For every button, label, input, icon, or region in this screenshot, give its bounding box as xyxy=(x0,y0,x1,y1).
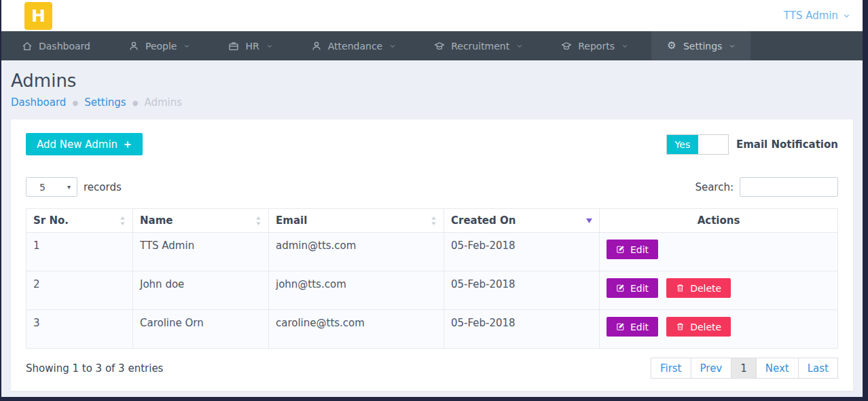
edit-icon xyxy=(616,245,625,254)
edit-button-label: Edit xyxy=(630,283,649,294)
nav-item-attendance[interactable]: Attendance xyxy=(296,31,411,60)
email-notification-group: Yes Email Notification xyxy=(666,134,838,155)
column-header-email[interactable]: Email xyxy=(269,209,444,233)
nav-item-label: HR xyxy=(245,41,259,52)
chevron-down-icon xyxy=(621,43,628,50)
cell-created-on: 05-Feb-2018 xyxy=(444,271,600,310)
column-label: Created On xyxy=(451,214,516,227)
nav-item-recruitment[interactable]: Recruitment xyxy=(419,31,538,60)
chevron-down-icon xyxy=(266,43,273,50)
breadcrumb-dashboard[interactable]: Dashboard xyxy=(11,96,66,110)
column-header-created-on[interactable]: Created On xyxy=(444,209,600,233)
app-window: H TTS Admin DashboardPeopleHRAttendanceR… xyxy=(1,0,863,397)
grad-cap-icon xyxy=(434,41,445,52)
home-icon xyxy=(22,41,33,52)
records-select-value: 5 xyxy=(39,182,46,193)
edit-button-label: Edit xyxy=(630,322,649,332)
entries-summary: Showing 1 to 3 of 3 entries xyxy=(26,362,163,375)
pagination-1[interactable]: 1 xyxy=(731,358,757,379)
cell-created-on: 05-Feb-2018 xyxy=(444,310,600,349)
breadcrumb-separator: ● xyxy=(72,96,78,110)
delete-button[interactable]: Delete xyxy=(666,317,731,337)
cell-actions: EditDelete xyxy=(600,271,838,310)
table-row: 3Caroline Orncaroline@tts.com05-Feb-2018… xyxy=(26,310,838,349)
person-icon xyxy=(311,41,322,52)
edit-button[interactable]: Edit xyxy=(607,317,658,337)
table-row: 2John doejohn@tts.com05-Feb-2018EditDele… xyxy=(26,271,838,310)
edit-icon xyxy=(616,284,625,292)
column-label: Email xyxy=(276,214,307,227)
cell-name: Caroline Orn xyxy=(133,310,269,349)
nav-item-label: People xyxy=(145,41,177,52)
breadcrumb-separator: ● xyxy=(132,96,139,110)
email-notification-toggle[interactable]: Yes xyxy=(666,134,729,155)
records-group: 5 ▾ records xyxy=(26,177,122,197)
cell-actions: Edit xyxy=(600,233,838,271)
nav-item-dashboard[interactable]: Dashboard xyxy=(7,31,105,60)
records-select[interactable]: 5 ▾ xyxy=(26,177,77,197)
sort-icon xyxy=(431,216,437,225)
pagination: FirstPrev1NextLast xyxy=(651,358,838,379)
table-footer-row: Showing 1 to 3 of 3 entries FirstPrev1Ne… xyxy=(26,358,838,379)
edit-button[interactable]: Edit xyxy=(607,240,658,259)
trash-icon xyxy=(676,284,685,292)
breadcrumb-admins: Admins xyxy=(144,96,182,110)
edit-button[interactable]: Edit xyxy=(607,278,658,298)
toolbar-row: Add New Admin Yes Email Notification xyxy=(26,133,838,155)
toggle-on-segment: Yes xyxy=(667,135,698,154)
chevron-down-icon xyxy=(183,43,190,50)
pagination-first[interactable]: First xyxy=(651,358,691,379)
nav-item-reports[interactable]: Reports xyxy=(546,31,643,60)
chevron-down-icon xyxy=(516,43,523,50)
search-label: Search: xyxy=(695,181,734,193)
nav-item-hr[interactable]: HR xyxy=(213,31,287,60)
app-logo[interactable]: H xyxy=(24,2,52,30)
plus-icon xyxy=(124,140,132,149)
column-header-actions[interactable]: Actions xyxy=(600,209,838,233)
chevron-down-icon xyxy=(843,12,850,20)
pagination-next[interactable]: Next xyxy=(756,358,799,379)
select-caret-icon: ▾ xyxy=(67,183,71,191)
breadcrumb-settings[interactable]: Settings xyxy=(84,96,126,110)
edit-icon xyxy=(616,322,625,331)
table-row: 1TTS Adminadmin@tts.com05-Feb-2018Edit xyxy=(26,233,838,271)
search-input[interactable] xyxy=(740,177,838,197)
nav-item-label: Recruitment xyxy=(451,41,509,52)
admins-table: Sr No.NameEmailCreated OnActions 1TTS Ad… xyxy=(26,208,838,349)
toggle-on-label: Yes xyxy=(675,139,691,150)
column-header-name[interactable]: Name xyxy=(133,209,269,233)
sort-desc-icon xyxy=(586,218,592,223)
cell-sr: 1 xyxy=(26,233,133,271)
add-new-admin-button[interactable]: Add New Admin xyxy=(26,133,143,155)
nav-item-label: Dashboard xyxy=(39,41,90,52)
chevron-down-icon xyxy=(389,43,396,50)
nav-item-people[interactable]: People xyxy=(113,31,206,60)
top-bar: H TTS Admin xyxy=(1,0,863,31)
briefcase-icon xyxy=(228,41,239,52)
pagination-prev[interactable]: Prev xyxy=(691,358,732,379)
nav-item-label: Settings xyxy=(683,41,722,52)
person-icon xyxy=(128,41,139,52)
records-label: records xyxy=(84,181,122,193)
column-label: Actions xyxy=(698,214,740,227)
column-header-sr-no-[interactable]: Sr No. xyxy=(26,209,133,233)
toggle-off-segment xyxy=(698,135,728,154)
nav-item-settings[interactable]: ⚙Settings xyxy=(651,31,751,60)
add-new-admin-label: Add New Admin xyxy=(37,138,117,151)
nav-item-label: Attendance xyxy=(328,41,382,52)
app-logo-letter: H xyxy=(31,6,46,26)
delete-button[interactable]: Delete xyxy=(666,278,731,298)
cell-actions: EditDelete xyxy=(600,310,838,349)
search-group: Search: xyxy=(695,177,838,197)
email-notification-label: Email Notification xyxy=(736,138,838,151)
sort-icon xyxy=(120,216,126,225)
user-menu[interactable]: TTS Admin xyxy=(784,0,850,31)
chevron-down-icon xyxy=(729,43,736,50)
pagination-last[interactable]: Last xyxy=(798,358,838,379)
trash-icon xyxy=(676,322,685,331)
grad-cap-icon xyxy=(561,41,572,52)
table-header-row: Sr No.NameEmailCreated OnActions xyxy=(26,209,838,233)
cell-email: john@tts.com xyxy=(269,271,444,310)
page-title: Admins xyxy=(11,71,863,90)
breadcrumb: Dashboard●Settings●Admins xyxy=(11,96,863,110)
